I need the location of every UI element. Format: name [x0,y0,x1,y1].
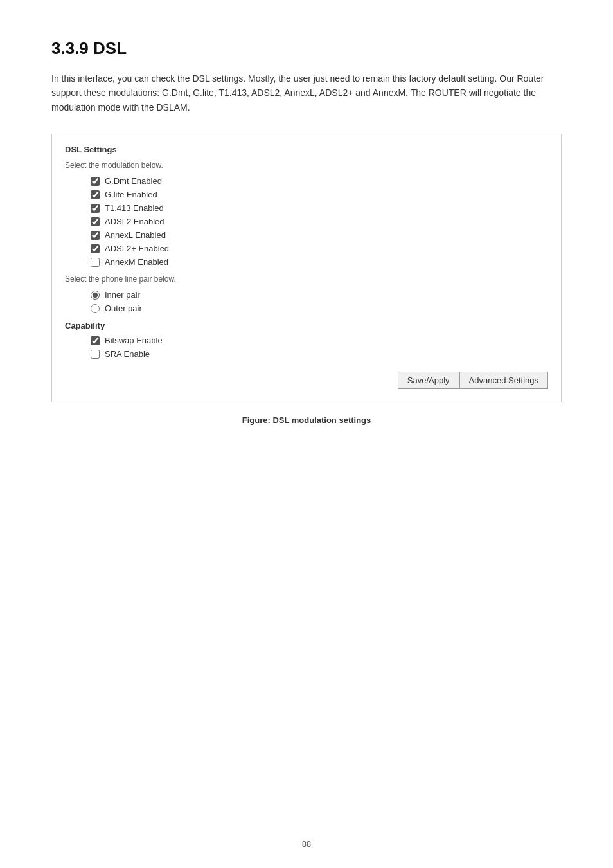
checkbox-glite-label: G.lite Enabled [105,190,157,199]
checkbox-adsl2-label: ADSL2 Enabled [105,217,164,226]
checkbox-glite-input[interactable] [91,190,100,199]
save-apply-button[interactable]: Save/Apply [398,372,459,389]
panel-title: DSL Settings [65,145,548,154]
checkbox-gdmt-input[interactable] [91,177,100,186]
checkbox-annexm-input[interactable] [91,258,100,267]
checkbox-t1413-input[interactable] [91,204,100,213]
checkbox-annexl[interactable]: AnnexL Enabled [91,230,548,240]
checkbox-glite[interactable]: G.lite Enabled [91,190,548,199]
checkbox-gdmt-label: G.Dmt Enabled [105,176,162,186]
checkbox-annexl-label: AnnexL Enabled [105,230,166,240]
checkbox-bitswap-label: Bitswap Enable [105,336,163,345]
dsl-settings-panel: DSL Settings Select the modulation below… [51,134,562,402]
checkbox-t1413[interactable]: T1.413 Enabled [91,203,548,213]
checkbox-bitswap-input[interactable] [91,336,100,345]
checkbox-sra-input[interactable] [91,350,100,359]
checkbox-adsl2plus-input[interactable] [91,244,100,253]
checkbox-adsl2plus-label: ADSL2+ Enabled [105,244,169,253]
page-number: 88 [0,839,613,849]
figure-caption: Figure: DSL modulation settings [51,415,562,425]
capability-label: Capability [65,321,548,330]
checkbox-bitswap[interactable]: Bitswap Enable [91,336,548,345]
checkbox-adsl2-input[interactable] [91,217,100,226]
radio-outer-pair[interactable]: Outer pair [91,303,548,313]
checkbox-t1413-label: T1.413 Enabled [105,203,164,213]
checkbox-adsl2plus[interactable]: ADSL2+ Enabled [91,244,548,253]
modulation-label: Select the modulation below. [65,161,548,170]
checkbox-annexl-input[interactable] [91,231,100,240]
radio-inner-pair[interactable]: Inner pair [91,290,548,300]
radio-inner-input[interactable] [91,291,100,300]
radio-outer-label: Outer pair [105,303,142,313]
capability-section: Capability Bitswap Enable SRA Enable [65,321,548,359]
intro-paragraph: In this interface, you can check the DSL… [51,71,562,114]
checkbox-sra[interactable]: SRA Enable [91,349,548,359]
radio-outer-input[interactable] [91,304,100,313]
advanced-settings-button[interactable]: Advanced Settings [459,372,548,389]
page-title: 3.3.9 DSL [51,39,562,59]
checkbox-sra-label: SRA Enable [105,349,150,359]
phone-line-label: Select the phone line pair below. [65,275,548,284]
radio-inner-label: Inner pair [105,290,140,300]
checkbox-gdmt[interactable]: G.Dmt Enabled [91,176,548,186]
checkbox-annexm-label: AnnexM Enabled [105,257,168,267]
buttons-row: Save/Apply Advanced Settings [65,372,548,389]
checkbox-annexm[interactable]: AnnexM Enabled [91,257,548,267]
checkbox-adsl2[interactable]: ADSL2 Enabled [91,217,548,226]
